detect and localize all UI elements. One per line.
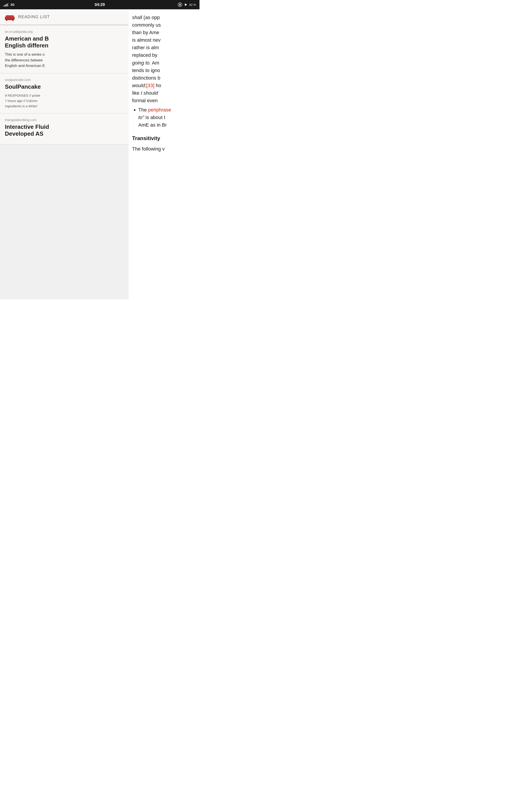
main-layout: READING LIST en.m.wikipedia.org American… (0, 9, 200, 299)
excerpt-1: This is one of a series o the difference… (5, 52, 124, 69)
article-line-2: commonly us (132, 22, 161, 28)
svg-rect-5 (5, 17, 7, 20)
article-content: shall (as opp commonly us than by Ame is… (132, 14, 195, 153)
status-right: 82 % (178, 2, 196, 7)
signal-icon (3, 3, 8, 6)
article-line-11: like I should (132, 90, 158, 96)
article-link-periphrastic[interactable]: periphrase (148, 107, 171, 113)
status-bar: 3G 04:29 82 % (0, 0, 200, 9)
reading-item-2[interactable]: soulpancake.com SoulPancake 9 RESPONSES … (0, 73, 129, 114)
source-2: soulpancake.com (5, 78, 124, 81)
reading-list-items[interactable]: en.m.wikipedia.org American and BEnglish… (0, 25, 129, 145)
svg-marker-2 (185, 3, 187, 6)
reading-list-panel: READING LIST en.m.wikipedia.org American… (0, 9, 129, 299)
reading-list-title: READING LIST (18, 15, 50, 19)
article-bullet-list: The periphrase to" is about t AmE as in … (132, 106, 195, 129)
sofa-icon (4, 13, 15, 21)
title-1: American and BEnglish differen (5, 35, 124, 49)
source-3: triangulationblog.com (5, 118, 124, 122)
lock-icon (178, 2, 182, 7)
article-line-7: going to. Am (132, 60, 159, 65)
status-left: 3G (3, 3, 15, 6)
status-time: 04:29 (95, 2, 105, 7)
reading-list-header: READING LIST (0, 9, 129, 25)
article-line-4: is almost nev (132, 37, 160, 43)
svg-rect-4 (6, 15, 14, 18)
meta-2: 9 RESPONSES // poste 7 hours ago // Colu… (5, 93, 124, 109)
svg-rect-7 (6, 20, 7, 21)
svg-rect-6 (13, 17, 15, 20)
title-3: Interactive FluidDeveloped AS (5, 124, 124, 137)
battery-label: 82 % (189, 3, 196, 6)
article-section-transitivity: Transitivity (132, 134, 195, 142)
article-line-6: replaced by (132, 52, 157, 58)
network-label: 3G (11, 3, 15, 6)
article-line-9: distinctions b (132, 75, 160, 81)
play-icon (184, 3, 188, 6)
bullet-item-1: The periphrase to" is about t AmE as in … (138, 106, 195, 129)
article-line-1: shall (as opp (132, 15, 160, 20)
article-panel: shall (as opp commonly us than by Ame is… (129, 9, 200, 299)
article-final-text: The following v (132, 145, 195, 153)
article-line-12: formal even (132, 98, 158, 103)
svg-rect-1 (179, 4, 180, 5)
article-text-block: shall (as opp commonly us than by Ame is… (132, 14, 195, 104)
source-1: en.m.wikipedia.org (5, 30, 124, 34)
article-line-3: than by Ame (132, 30, 159, 35)
article-line-10: would;[33] ho (132, 83, 161, 88)
reading-item-1[interactable]: en.m.wikipedia.org American and BEnglish… (0, 25, 129, 73)
article-line-5: rather is alm (132, 45, 159, 50)
svg-rect-8 (13, 20, 13, 21)
article-line-8: tends to igno (132, 68, 160, 73)
title-2: SoulPancake (5, 83, 124, 90)
reading-item-3[interactable]: triangulationblog.com Interactive FluidD… (0, 114, 129, 145)
